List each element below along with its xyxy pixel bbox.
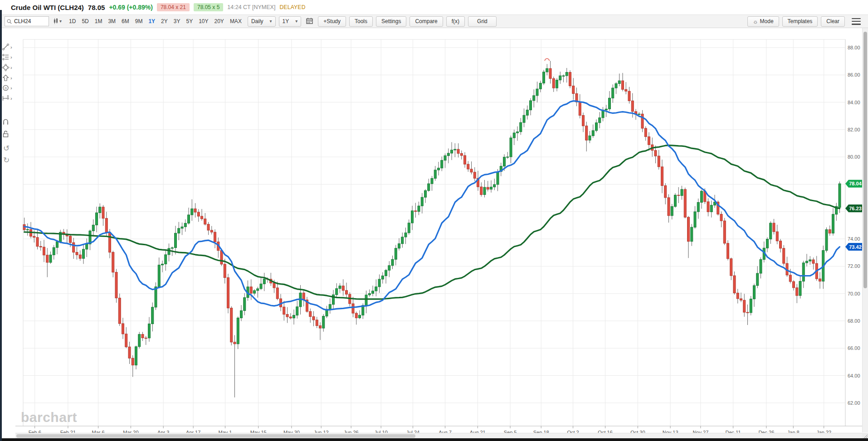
range-button-3m[interactable]: 3M (108, 18, 116, 24)
vertical-scrollbar-thumb[interactable] (863, 32, 867, 288)
f-x-button[interactable]: f(x) (446, 16, 465, 27)
range-button-10y[interactable]: 10Y (199, 18, 208, 24)
candle (688, 217, 690, 241)
range-button-max[interactable]: MAX (230, 18, 242, 24)
range-button-1m[interactable]: 1M (95, 18, 102, 24)
range-button-2y[interactable]: 2Y (161, 18, 168, 24)
lock-tool[interactable] (2, 129, 15, 138)
candle (743, 300, 746, 312)
clear-button[interactable]: Clear (821, 16, 845, 27)
undo-icon: ↺ (3, 145, 10, 152)
horizontal-scrollbar-thumb[interactable] (16, 434, 415, 438)
candle (381, 276, 384, 279)
candle (638, 114, 640, 114)
candle (257, 289, 259, 291)
range-button-5d[interactable]: 5D (82, 18, 88, 24)
candle (631, 101, 634, 111)
candle (260, 284, 262, 289)
range-button-5y[interactable]: 5Y (186, 18, 193, 24)
candle (115, 272, 117, 298)
candle (552, 78, 555, 88)
candle (615, 83, 617, 88)
shapes-tool[interactable]: › (2, 63, 15, 72)
calendar-button[interactable] (304, 18, 315, 25)
svg-text:70.00: 70.00 (848, 291, 860, 296)
tools-button[interactable]: Tools (349, 16, 373, 27)
price-chart[interactable]: barchart88.0086.0084.0082.0080.0074.0072… (0, 0, 868, 441)
resize-grip[interactable] (862, 433, 868, 438)
frequency-select[interactable]: Daily ▾ (248, 16, 276, 27)
settings-button[interactable]: Settings (376, 16, 406, 27)
candle (118, 298, 121, 323)
candle (753, 286, 756, 299)
compare-button[interactable]: Compare (410, 16, 443, 27)
candle (733, 276, 736, 293)
vertical-scrollbar[interactable] (862, 28, 868, 432)
redo-button[interactable]: ↻ (2, 155, 15, 165)
candle (691, 227, 693, 241)
candle (168, 248, 170, 255)
candle (802, 263, 805, 281)
candle (302, 293, 305, 300)
candle (740, 299, 742, 300)
chevron-down-icon: ▾ (270, 19, 272, 24)
mode-button[interactable]: ☼ Mode (747, 16, 779, 27)
candle (339, 286, 341, 289)
candle (250, 287, 252, 293)
templates-button[interactable]: Templates (782, 16, 818, 27)
oval-tool[interactable]: 0 › (2, 83, 15, 92)
delayed-flag: DELAYED (279, 4, 305, 10)
arrow-tool[interactable]: › (2, 73, 15, 82)
candle (141, 334, 144, 338)
candle (727, 243, 729, 259)
candle (414, 211, 417, 212)
symbol-search[interactable] (5, 16, 49, 26)
measure-icon (2, 95, 10, 102)
candle (559, 76, 561, 80)
candle (86, 244, 88, 249)
svg-text:86.00: 86.00 (848, 72, 860, 78)
candle (322, 316, 325, 328)
range-button-3y[interactable]: 3Y (174, 18, 180, 24)
candle (746, 312, 749, 313)
range-button-1d[interactable]: 1D (69, 18, 76, 24)
chart-type-selector[interactable]: ▾ (52, 18, 63, 24)
study-button[interactable]: +Study (318, 16, 346, 27)
candle (53, 247, 55, 255)
trendline-tool[interactable]: › (2, 43, 15, 52)
candle (395, 248, 397, 259)
period-select[interactable]: 1Y ▾ (279, 16, 302, 27)
candle (365, 295, 367, 305)
candle (546, 68, 548, 72)
candle (710, 205, 712, 212)
flyout-chevron-icon: › (10, 96, 12, 101)
undo-button[interactable]: ↺ (2, 144, 15, 153)
range-button-9m[interactable]: 9M (135, 18, 143, 24)
candle (158, 265, 160, 287)
last-trade-price: 78.05 (88, 4, 105, 11)
candle (434, 170, 436, 179)
candle (579, 102, 581, 115)
candle (355, 313, 357, 318)
candle (151, 307, 154, 324)
candle (220, 251, 223, 264)
magnet-tool[interactable] (2, 117, 15, 126)
candle (309, 311, 312, 316)
range-buttons: 1D5D1M3M6M9M1Y2Y3Y5Y10Y20YMAX (69, 18, 242, 24)
candle (398, 244, 400, 248)
candle (145, 338, 147, 339)
fibonacci-tool[interactable]: › (2, 53, 15, 62)
grid-button[interactable]: Grid (468, 16, 497, 27)
measure-tool[interactable]: › (2, 94, 15, 103)
candle (470, 169, 473, 172)
range-button-20y[interactable]: 20Y (215, 18, 224, 24)
candle (628, 91, 630, 101)
svg-text:74.00: 74.00 (848, 236, 860, 242)
range-button-6m[interactable]: 6M (122, 18, 129, 24)
candle (562, 76, 565, 76)
range-button-1y[interactable]: 1Y (148, 18, 155, 24)
menu-icon[interactable] (852, 18, 861, 25)
symbol-input[interactable] (13, 18, 44, 25)
candle (490, 187, 493, 189)
candle (421, 197, 423, 206)
